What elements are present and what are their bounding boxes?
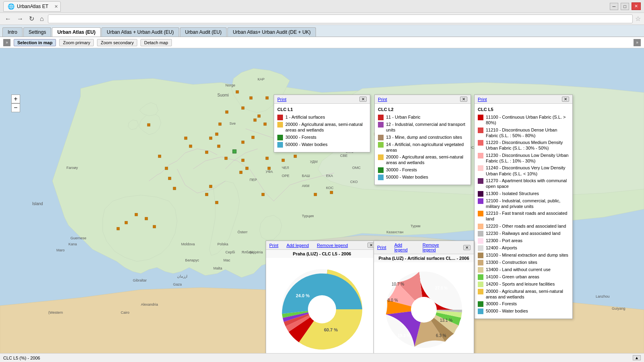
svg-rect-73 [262,193,264,196]
browser-tab-title: UrbanAtlas ET [17,4,48,9]
legend-item: 11 - Urban Fabric [378,114,467,120]
svg-text:Cairo: Cairo [121,311,130,315]
legend-item: 13400 - Land without current use [478,267,569,273]
legend-color [378,122,384,128]
tab-settings[interactable]: Settings [23,27,51,37]
legend-label: 30000 - Forests [486,301,517,306]
legend-item: 12300 - Port areas [478,238,569,244]
legend-item: 11230 - Discontinuous Low Density Urban … [478,152,569,164]
chart2-body: 27.0 % 10.7 % 8.0 % 6.3 % 19.3 % 13.1 % [374,262,474,357]
svg-text:Faroøy: Faroøy [66,166,78,170]
svg-rect-76 [314,193,317,196]
svg-rect-41 [217,145,220,148]
clc-l2-panel-header: Print ✕ [375,95,471,104]
chart2-print[interactable]: Print [377,245,386,250]
tab-urban-audit-eu[interactable]: Urban Audit (EU) [180,27,227,37]
back-btn[interactable]: ← [3,14,13,23]
zoom-out-btn[interactable]: − [11,103,20,112]
svg-rect-51 [125,221,128,224]
legend-color [478,260,483,265]
browser-tab[interactable]: 🌐 UrbanAtlas ET ✕ [3,1,61,12]
tab-intro[interactable]: Intro [2,27,23,37]
svg-text:ОРЕ: ОРЕ [282,174,289,178]
chart1-remove-legend[interactable]: Remove legend [317,243,348,248]
browser-tab-close[interactable]: ✕ [54,4,58,9]
zoom-secondary-btn[interactable]: Zoom secondary [97,39,137,46]
clc-l5-print-link[interactable]: Print [478,97,487,102]
chart2-close-btn[interactable]: ✕ [463,245,471,250]
svg-text:СВЕ: СВЕ [340,154,348,158]
legend-color [378,154,384,160]
clc-l2-print-link[interactable]: Print [378,97,387,102]
zoom-primary-btn[interactable]: Zoom primary [59,39,94,46]
svg-rect-83 [117,227,120,230]
status-bar-text: CLC L5 (%) - 2006 [3,356,40,360]
clc-l1-title: CLC L1 [277,107,367,112]
legend-item: 12100 - Industrial, commercial, public, … [478,198,569,210]
legend-color [478,253,483,258]
svg-text:ارزمان: ارزمان [177,274,188,279]
legend-item: 12220 - Other roads and associated land [478,223,569,229]
legend-item: 13300 - Construction sites [478,259,569,265]
svg-text:Gibraltar: Gibraltar [133,278,147,282]
legend-color [277,115,283,120]
svg-text:УДМ: УДМ [310,160,318,164]
right-sidebar-toggle-btn[interactable]: » [634,39,641,46]
legend-color [478,245,483,251]
legend-color [277,122,283,128]
chart1-add-legend[interactable]: Add legend [287,243,309,248]
svg-text:Malta: Malta [213,266,222,270]
svg-rect-45 [252,136,254,139]
minimize-btn[interactable]: ─ [610,3,619,10]
legend-color [478,115,483,120]
svg-rect-39 [189,145,192,148]
address-bar[interactable]: urbanatlas.gisat.cz [48,14,633,23]
chart1-print[interactable]: Print [269,243,279,248]
legend-color [478,211,483,216]
selection-in-map-btn[interactable]: Selection in map [14,39,56,46]
legend-color [378,142,384,148]
legend-label: 14100 - Green urban areas [486,274,539,280]
tab-urban-atlas-eu[interactable]: Urban Atlas (EU) [52,27,101,37]
maximize-btn[interactable]: □ [621,3,629,10]
legend-label: 13400 - Land without current use [486,267,551,272]
refresh-btn[interactable]: ↻ [27,14,36,23]
legend-label: 14200 - Sports and leisure facilities [486,281,555,287]
legend-item: 11220 - Discontinuous Medium Density Urb… [478,140,569,151]
legend-item: 20000 - Agricultural areas, semi-natural… [378,154,467,166]
bookmark-icon[interactable]: ☆ [635,15,641,23]
clc-l1-print-link[interactable]: Print [277,97,287,102]
status-bar-expand-btn[interactable]: ▲ [633,355,641,360]
svg-rect-66 [258,115,260,117]
home-btn[interactable]: ⌂ [38,14,45,23]
clc-l1-close-btn[interactable]: ✕ [359,97,367,102]
clc-l5-legend: 11100 - Continuous Urban Fabric (S.L. > … [478,114,569,314]
legend-item: 12210 - Fast transit roads and associate… [478,210,569,222]
legend-label: 20000 - Agricultural areas, semi-natural… [386,154,467,166]
svg-point-141 [308,295,336,323]
legend-color [277,135,283,140]
detach-map-btn[interactable]: Detach map [140,39,171,46]
legend-item: 14100 - Green urban areas [478,274,569,280]
browser-titlebar: 🌐 UrbanAtlas ET ✕ ─ □ ✕ [0,0,644,13]
close-btn[interactable]: ✕ [632,2,641,10]
svg-text:13.1 %: 13.1 % [440,318,452,323]
svg-rect-60 [205,193,208,196]
legend-label: 11210 - Discontinuous Dense Urban Fabric… [486,127,569,139]
legend-color [378,175,384,180]
clc-l1-panel: Print ✕ CLC L1 1 - Artificial surfaces20… [274,95,370,152]
forward-btn[interactable]: → [15,14,25,23]
clc-l2-close-btn[interactable]: ✕ [460,97,467,102]
legend-item: 14 - Artificial, non-agricultural vegeta… [378,142,467,153]
legend-label: 11240 - Discontinuous Very Low Density U… [486,165,569,177]
chart2-remove-legend[interactable]: Remove legend [423,243,450,252]
clc-l5-close-btn[interactable]: ✕ [562,97,569,102]
zoom-in-btn[interactable]: + [11,95,20,103]
legend-label: 50000 - Water bodies [386,174,428,180]
tab-urban-atlas-de-uk[interactable]: Urban Atlas+ Urban Audit (DE + UK) [227,27,316,37]
svg-rect-80 [219,123,221,125]
tab-urban-atlas-audit-eu[interactable]: Urban Atlas + Urban Audit (EU) [101,27,179,37]
chart2-header: Print Add legend Remove legend ✕ [374,241,474,254]
sidebar-toggle-btn[interactable]: » [3,39,10,46]
chart2-add-legend[interactable]: Add legend [394,243,415,252]
